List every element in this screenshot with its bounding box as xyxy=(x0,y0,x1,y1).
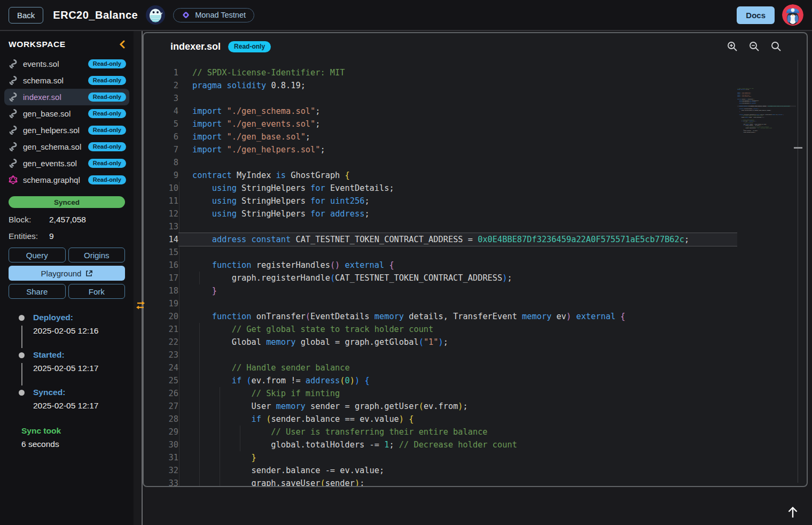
workspace-header: WORKSPACE xyxy=(4,31,129,56)
line-number: 7 xyxy=(144,143,178,156)
code-line: 25 if (ev.from != address(0)) { xyxy=(144,374,807,387)
line-number: 5 xyxy=(144,118,178,130)
solidity-icon xyxy=(9,76,18,85)
line-content: if (sender.balance == ev.value) { xyxy=(178,413,737,426)
penguin-avatar[interactable] xyxy=(782,4,803,26)
line-number: 11 xyxy=(144,195,178,207)
line-content xyxy=(178,92,737,105)
read-only-badge: Read-only xyxy=(88,142,126,152)
line-content: import "./gen_events.sol"; xyxy=(178,118,737,130)
code-line: 2pragma solidity 0.8.19; xyxy=(144,79,807,92)
line-content: graph.registerHandle(CAT_TESTNET_TOKEN_C… xyxy=(178,272,737,284)
sidebar-item-gen_base-sol[interactable]: gen_base.solRead-only xyxy=(4,105,129,122)
line-number: 15 xyxy=(144,246,178,259)
timeline-time: 2025-02-05 12:16 xyxy=(33,326,129,336)
line-number: 27 xyxy=(144,400,178,413)
read-only-badge: Read-only xyxy=(88,92,126,102)
line-number: 16 xyxy=(144,259,178,272)
chevron-left-icon[interactable] xyxy=(119,40,126,49)
code-line: 17 graph.registerHandle(CAT_TESTNET_TOKE… xyxy=(144,272,807,284)
file-name: gen_helpers.sol xyxy=(23,126,80,135)
line-number: 13 xyxy=(144,220,178,233)
back-button[interactable]: Back xyxy=(9,7,43,24)
query-button[interactable]: Query xyxy=(9,248,66,262)
code-lines: 1// SPDX-License-Identifier: MIT2pragma … xyxy=(144,66,807,486)
line-number: 32 xyxy=(144,464,178,477)
sidebar-item-schema-sol[interactable]: schema.solRead-only xyxy=(4,72,129,89)
code-line: 30 global.totalHolders -= 1; // Decrease… xyxy=(144,438,807,451)
line-number: 21 xyxy=(144,323,178,336)
line-content: function registerHandles() external { xyxy=(178,259,737,272)
share-button[interactable]: Share xyxy=(9,284,66,299)
line-content: // Skip if minting xyxy=(178,387,737,400)
code-line: 19 xyxy=(144,297,807,310)
line-content: sender.balance -= ev.value; xyxy=(178,464,737,477)
sidebar-item-gen_events-sol[interactable]: gen_events.solRead-only xyxy=(4,155,129,172)
minimap-content: // SPDX-License-Identifier: MITpragma so… xyxy=(737,88,796,133)
code-line: 13 xyxy=(144,220,807,233)
line-content: using StringHelpers for address; xyxy=(178,207,737,220)
scrollbar-track xyxy=(798,60,798,483)
minimap[interactable]: // SPDX-License-Identifier: MITpragma so… xyxy=(737,88,796,168)
line-content: import "./gen_schema.sol"; xyxy=(178,105,737,118)
line-content xyxy=(178,156,737,169)
code-line: 20 function onTransfer(EventDetails memo… xyxy=(144,310,807,323)
timeline-item: Started:2025-02-05 12:17 xyxy=(17,350,129,375)
line-number: 19 xyxy=(144,297,178,310)
sidebar-item-indexer-sol[interactable]: indexer.solRead-only xyxy=(4,89,129,105)
entities-label: Entities: xyxy=(9,231,49,241)
solidity-icon xyxy=(9,142,18,151)
line-content: } xyxy=(178,451,737,464)
line-content: using StringHelpers for uint256; xyxy=(178,195,737,207)
timeline-time: 2025-02-05 12:17 xyxy=(33,364,129,373)
sync-took-label: Sync took xyxy=(21,426,129,436)
code-line: 29 // User is transferring their entire … xyxy=(144,426,807,438)
deploy-timeline: Deployed:2025-02-05 12:16Started:2025-02… xyxy=(17,313,129,412)
timeline-label: Started: xyxy=(33,350,129,360)
entities-value: 9 xyxy=(49,231,54,241)
playground-button[interactable]: Playground xyxy=(9,266,125,281)
scrollbar-thumb[interactable] xyxy=(794,147,802,149)
line-number: 17 xyxy=(144,272,178,284)
code-editor[interactable]: 1// SPDX-License-Identifier: MIT2pragma … xyxy=(144,60,807,486)
code-line: 4import "./gen_schema.sol"; xyxy=(144,105,807,118)
code-line: 18 } xyxy=(144,284,807,297)
line-content: contract MyIndex is GhostGraph { xyxy=(178,169,737,182)
line-number: 20 xyxy=(144,310,178,323)
editor-filename: indexer.sol xyxy=(170,41,221,52)
code-line: 1// SPDX-License-Identifier: MIT xyxy=(144,66,807,79)
sync-took: Sync took 6 seconds xyxy=(21,426,129,449)
scroll-to-top-button[interactable] xyxy=(785,505,800,520)
line-content xyxy=(178,297,737,310)
line-number: 33 xyxy=(144,477,178,486)
sidebar-item-gen_schema-sol[interactable]: gen_schema.solRead-only xyxy=(4,138,129,155)
timeline-time: 2025-02-05 12:17 xyxy=(33,401,129,411)
code-line: 14 address constant CAT_TESTNET_TOKEN_CO… xyxy=(144,233,807,246)
code-line: 22 Global memory global = graph.getGloba… xyxy=(144,336,807,349)
network-badge[interactable]: Monad Testnet xyxy=(173,8,254,22)
zoom-in-icon[interactable] xyxy=(727,41,738,52)
line-content: using StringHelpers for EventDetails; xyxy=(178,182,737,195)
resize-arrows-icon[interactable] xyxy=(134,299,147,311)
sidebar-actions: Query Origins Playground Share Fork xyxy=(4,248,129,299)
ghost-logo xyxy=(145,5,166,25)
fork-button[interactable]: Fork xyxy=(68,284,126,299)
origins-button[interactable]: Origins xyxy=(68,248,126,262)
line-number: 4 xyxy=(144,105,178,118)
docs-button[interactable]: Docs xyxy=(737,6,775,24)
file-name: gen_base.sol xyxy=(23,109,71,118)
sidebar-item-events-sol[interactable]: events.solRead-only xyxy=(4,56,129,72)
zoom-out-icon[interactable] xyxy=(748,41,760,52)
arrow-up-icon xyxy=(786,505,799,519)
sidebar-item-schema-graphql[interactable]: schema.graphqlRead-only xyxy=(4,172,129,188)
line-number: 10 xyxy=(144,182,178,195)
search-icon[interactable] xyxy=(770,41,782,52)
solidity-icon xyxy=(9,126,18,135)
body: WORKSPACE events.solRead-onlyschema.solR… xyxy=(0,31,812,525)
code-line: 10 using StringHelpers for EventDetails; xyxy=(144,182,807,195)
line-number: 2 xyxy=(144,79,178,92)
sidebar-item-gen_helpers-sol[interactable]: gen_helpers.solRead-only xyxy=(4,122,129,138)
line-number: 8 xyxy=(144,156,178,169)
read-only-badge: Read-only xyxy=(88,175,126,185)
line-content: pragma solidity 0.8.19; xyxy=(178,79,737,92)
